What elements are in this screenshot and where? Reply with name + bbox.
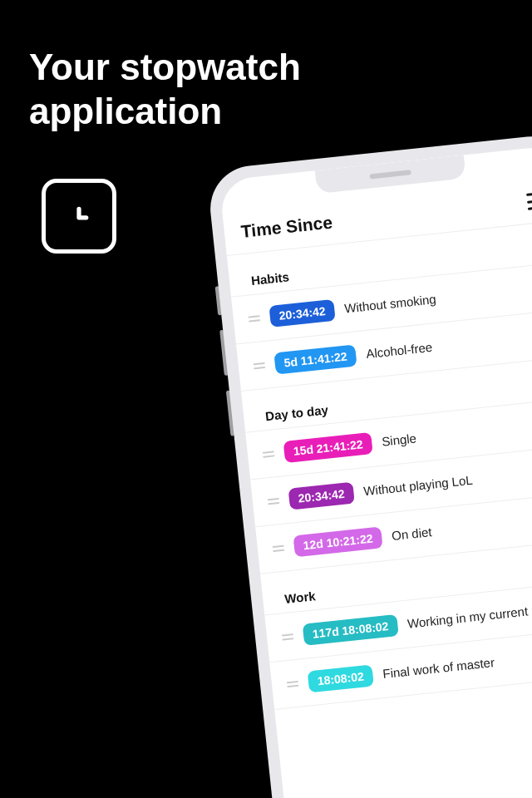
drag-handle-icon[interactable] [282, 633, 294, 640]
time-pill: 18:08:02 [308, 664, 374, 692]
promo-title: Your stopwatch application [29, 46, 301, 134]
drag-handle-icon[interactable] [273, 544, 285, 551]
time-pill: 5d 11:41:22 [273, 344, 357, 374]
promo-title-line1: Your stopwatch [29, 46, 301, 90]
clock-icon [62, 199, 96, 234]
item-label: Single [381, 431, 416, 450]
drag-handle-icon[interactable] [268, 497, 280, 504]
item-label: Without smoking [343, 292, 436, 317]
item-label: Working in my current position [406, 598, 532, 632]
drag-handle-icon[interactable] [249, 315, 261, 322]
time-pill: 20:34:42 [288, 482, 355, 510]
menu-icon[interactable] [526, 191, 532, 210]
time-pill: 15d 21:41:22 [283, 432, 373, 463]
app-title: Time Since [240, 213, 333, 242]
section-title: Habits [250, 269, 289, 288]
drag-handle-icon[interactable] [287, 680, 299, 687]
drag-handle-icon[interactable] [263, 451, 275, 457]
item-label: Alcohol-free [365, 339, 433, 362]
section-title: Work [284, 589, 317, 606]
time-pill: 20:34:42 [268, 299, 335, 328]
section-title: Day to day [264, 402, 328, 423]
app-icon [42, 179, 116, 254]
time-pill: 12d 10:21:22 [293, 526, 383, 557]
drag-handle-icon[interactable] [254, 362, 266, 368]
promo-title-line2: application [29, 90, 301, 134]
item-label: Without playing LoL [362, 472, 473, 499]
section: Day to day⇅15d 21:41:22Single20:34:42Wit… [241, 356, 532, 574]
phone-screen: Time Since Habits⇅20:34:42Without smokin… [219, 145, 532, 798]
time-pill: 117d 18:08:02 [303, 614, 399, 646]
item-label: Final work of master [382, 655, 495, 682]
phone-mockup: Time Since Habits⇅20:34:42Without smokin… [206, 132, 532, 798]
item-label: On diet [391, 525, 432, 544]
